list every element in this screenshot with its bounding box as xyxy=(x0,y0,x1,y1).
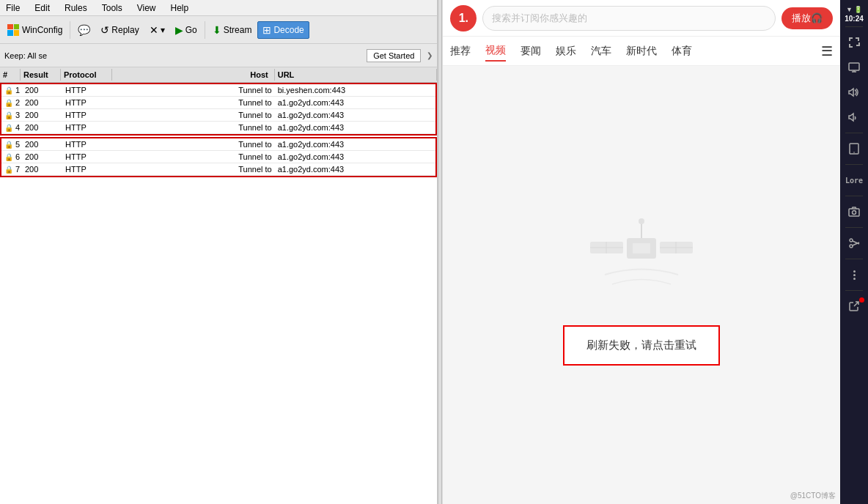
cell-id: 🔒 3 xyxy=(1,109,22,121)
cell-protocol: HTTP xyxy=(62,84,114,96)
sidebar-divider-7 xyxy=(845,290,863,291)
cell-protocol: HTTP xyxy=(62,151,114,163)
decode-label: Decode xyxy=(273,25,304,35)
col-header-result: Result xyxy=(21,69,61,81)
go-label: Go xyxy=(185,25,197,35)
table-row[interactable]: 🔒 3 200 HTTP Tunnel to a1.go2yd.com:443 xyxy=(1,109,435,122)
tab-news[interactable]: 要闻 xyxy=(521,42,541,61)
keep-bar: Keep: All se Get Started ❯ xyxy=(0,44,437,67)
sidebar-divider-2 xyxy=(845,133,863,133)
cell-id: 🔒 6 xyxy=(1,151,22,163)
play-button[interactable]: 播放🎧 xyxy=(781,7,833,29)
wifi-icon: ▼ xyxy=(846,6,853,13)
sidebar-dots-icon[interactable] xyxy=(841,263,867,286)
cell-url: a1.go2yd.com:443 xyxy=(275,97,436,108)
row-group-2: 🔒 5 200 HTTP Tunnel to a1.go2yd.com:443 … xyxy=(0,137,437,177)
tab-sports[interactable]: 体育 xyxy=(672,42,692,61)
cell-id: 🔒 4 xyxy=(1,122,22,133)
mobile-content: 刷新失败，请点击重试 xyxy=(443,66,840,504)
lock-icon: 🔒 xyxy=(4,124,13,132)
sidebar-camera-icon[interactable] xyxy=(841,200,867,223)
cell-host: Tunnel to xyxy=(114,151,275,163)
table-row[interactable]: 🔒 5 200 HTTP Tunnel to a1.go2yd.com:443 xyxy=(1,138,435,151)
cell-host: Tunnel to xyxy=(114,138,275,150)
sidebar-tablet-icon[interactable] xyxy=(841,137,867,160)
stream-button[interactable]: ⬇ Stream xyxy=(208,22,257,38)
lock-icon: 🔒 xyxy=(4,86,13,94)
mobile-browser-panel: 1. 搜索并订阅你感兴趣的 播放🎧 推荐 视频 要闻 娱乐 汽车 新时代 体育 … xyxy=(442,0,840,504)
menu-file[interactable]: File xyxy=(3,1,23,15)
svg-rect-1 xyxy=(633,243,650,253)
traffic-table: # Result Protocol Host URL 🔒 1 200 HTTP xyxy=(0,67,437,504)
go-button[interactable]: ▶ Go xyxy=(171,22,202,38)
sidebar-scissors-icon[interactable] xyxy=(841,231,867,255)
sidebar-divider-6 xyxy=(845,259,863,259)
nav-more-icon[interactable]: ☰ xyxy=(821,43,833,59)
toolbar-separator-2 xyxy=(205,21,205,39)
tab-new-era[interactable]: 新时代 xyxy=(626,42,657,61)
chevron-right-icon: ❯ xyxy=(427,51,433,59)
sidebar-monitor-icon[interactable] xyxy=(841,56,867,79)
cell-result: 200 xyxy=(22,138,62,150)
sidebar-lore-icon[interactable]: Lore xyxy=(841,168,867,192)
table-row[interactable]: 🔒 4 200 HTTP Tunnel to a1.go2yd.com:443 xyxy=(1,122,435,134)
tab-entertainment[interactable]: 娱乐 xyxy=(556,42,576,61)
get-started-button[interactable]: Get Started xyxy=(367,49,421,62)
cell-result: 200 xyxy=(22,163,62,175)
x-icon: ✕ xyxy=(150,24,158,36)
cell-host: Tunnel to xyxy=(114,122,275,133)
menu-rules[interactable]: Rules xyxy=(62,1,90,15)
menu-tools[interactable]: Tools xyxy=(99,1,125,15)
mobile-top-bar: 1. 搜索并订阅你感兴趣的 播放🎧 xyxy=(443,0,840,37)
menu-view[interactable]: View xyxy=(134,1,159,15)
sidebar-external-link-icon[interactable] xyxy=(841,294,867,318)
lock-icon: 🔒 xyxy=(4,166,13,174)
table-row[interactable]: 🔒 7 200 HTTP Tunnel to a1.go2yd.com:443 xyxy=(1,163,435,176)
search-placeholder: 搜索并订阅你感兴趣的 xyxy=(492,12,587,25)
dot-3 xyxy=(853,278,856,280)
table-row[interactable]: 🔒 1 200 HTTP Tunnel to bi.yeshen.com:443 xyxy=(1,84,435,97)
svg-point-18 xyxy=(850,245,853,248)
sidebar-expand-icon[interactable] xyxy=(841,31,867,54)
table-row[interactable]: 🔒 6 200 HTTP Tunnel to a1.go2yd.com:443 xyxy=(1,151,435,163)
decode-button[interactable]: ⊞ Decode xyxy=(257,21,309,39)
svg-point-9 xyxy=(639,218,644,224)
cell-protocol: HTTP xyxy=(62,163,114,175)
row-group-1: 🔒 1 200 HTTP Tunnel to bi.yeshen.com:443… xyxy=(0,83,437,136)
menu-bar: File Edit Rules Tools View Help xyxy=(0,0,437,16)
winconfig-button[interactable]: WinConfig xyxy=(3,22,67,38)
chat-button[interactable]: 💬 xyxy=(73,22,95,38)
col-header-url: URL xyxy=(275,69,438,81)
tab-video[interactable]: 视频 xyxy=(485,41,506,62)
table-body: 🔒 1 200 HTTP Tunnel to bi.yeshen.com:443… xyxy=(0,83,437,177)
cell-url: a1.go2yd.com:443 xyxy=(275,122,436,133)
col-header-protocol: Protocol xyxy=(61,69,112,81)
replay-button[interactable]: ↺ Replay xyxy=(96,22,143,38)
lock-icon: 🔒 xyxy=(4,99,13,107)
sidebar-volume-up-icon[interactable] xyxy=(841,81,867,104)
cell-id: 🔒 2 xyxy=(1,97,22,108)
tab-auto[interactable]: 汽车 xyxy=(591,42,611,61)
tab-recommended[interactable]: 推荐 xyxy=(450,42,471,61)
error-box[interactable]: 刷新失败，请点击重试 xyxy=(563,325,720,366)
table-row[interactable]: 🔒 2 200 HTTP Tunnel to a1.go2yd.com:443 xyxy=(1,97,435,109)
toolbar-separator-1 xyxy=(70,21,70,39)
replay-icon: ↺ xyxy=(100,24,109,36)
cell-result: 200 xyxy=(22,151,62,163)
x-button[interactable]: ✕ ▾ xyxy=(145,22,169,38)
clock-display: 10:24 xyxy=(845,15,864,23)
sidebar-volume-down-icon[interactable] xyxy=(841,105,867,129)
cell-result: 200 xyxy=(22,109,62,121)
winconfig-label: WinConfig xyxy=(22,25,62,35)
chat-icon: 💬 xyxy=(78,24,90,36)
cell-url: a1.go2yd.com:443 xyxy=(275,163,436,175)
lock-icon: 🔒 xyxy=(4,111,13,119)
search-bar[interactable]: 搜索并订阅你感兴趣的 xyxy=(482,6,776,31)
svg-point-16 xyxy=(853,211,856,215)
cell-result: 200 xyxy=(22,97,62,108)
cell-protocol: HTTP xyxy=(62,138,114,150)
sidebar-divider-3 xyxy=(845,164,863,165)
menu-help[interactable]: Help xyxy=(168,1,192,15)
menu-edit[interactable]: Edit xyxy=(32,1,53,15)
fiddler-panel: File Edit Rules Tools View Help WinConfi… xyxy=(0,0,438,504)
